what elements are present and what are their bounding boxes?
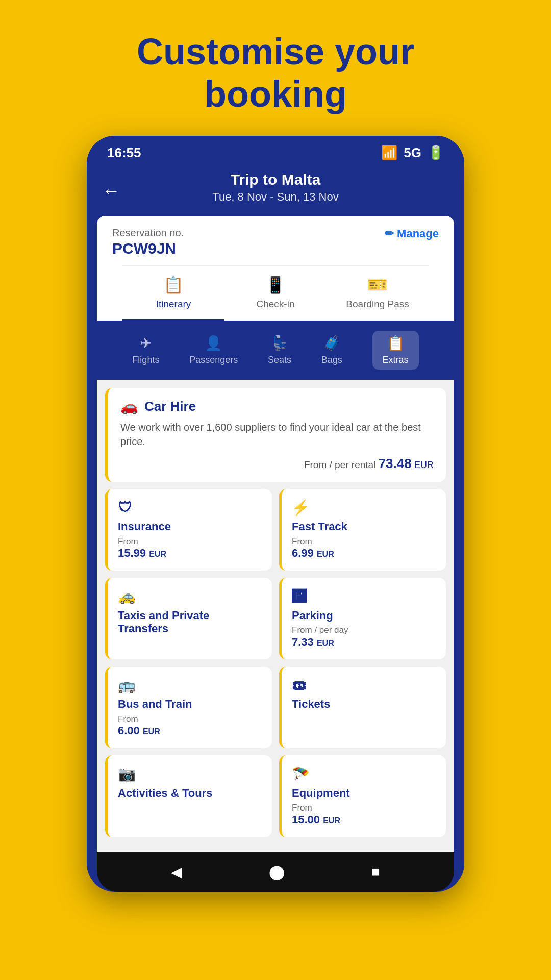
- fasttrack-price: 6.99 EUR: [292, 547, 436, 560]
- seats-label: Seats: [268, 355, 291, 365]
- bustrain-card[interactable]: 🚌 Bus and Train From 6.00 EUR: [105, 667, 272, 748]
- taxis-card[interactable]: 🚕 Taxis and Private Transfers: [105, 578, 272, 659]
- fasttrack-card[interactable]: ⚡ Fast Track From 6.99 EUR: [279, 489, 446, 571]
- equipment-price: 15.00 EUR: [292, 813, 436, 826]
- phone-bottom-bar: ◀ ⬤ ■: [97, 852, 454, 892]
- insurance-icon: 🛡: [118, 499, 132, 516]
- equipment-title: Equipment: [292, 787, 436, 800]
- activities-title: Activities & Tours: [118, 787, 262, 800]
- tickets-icon: 🎟: [292, 677, 306, 694]
- boarding-icon: 🎫: [367, 275, 388, 295]
- bottom-nav: ✈ Flights 👤 Passengers 💺 Seats 🧳 Bags 📋 …: [97, 321, 454, 380]
- parking-from: From / per day: [292, 625, 436, 635]
- time: 16:55: [107, 145, 141, 161]
- insurance-from: From: [118, 536, 262, 547]
- tab-boarding-label: Boarding Pass: [346, 299, 409, 310]
- nav-extras[interactable]: 📋 Extras: [372, 331, 419, 370]
- reservation-number: PCW9JN: [112, 240, 184, 257]
- equipment-icon: 🪂: [292, 766, 310, 782]
- flights-label: Flights: [132, 355, 159, 365]
- tab-checkin-label: Check-in: [257, 299, 295, 310]
- nav-passengers[interactable]: 👤 Passengers: [189, 335, 238, 365]
- tab-itinerary-label: Itinerary: [156, 299, 191, 310]
- bustrain-price: 6.00 EUR: [118, 724, 262, 738]
- header-line2: booking: [204, 74, 347, 114]
- activities-icon: 📷: [118, 766, 136, 782]
- page-header: Customise your booking: [116, 0, 435, 136]
- recents-nav-button[interactable]: ■: [371, 864, 380, 880]
- fasttrack-icon: ⚡: [292, 499, 310, 516]
- trip-title: Trip to Malta: [107, 171, 444, 188]
- insurance-price: 15.99 EUR: [118, 547, 262, 560]
- app-header: ← Trip to Malta Tue, 8 Nov - Sun, 13 Nov: [87, 166, 464, 216]
- car-hire-price-row: From / per rental 73.48 EUR: [120, 456, 434, 472]
- extras-label: Extras: [383, 355, 409, 365]
- header-line1: Customise your: [137, 31, 414, 72]
- car-hire-card[interactable]: 🚗 Car Hire We work with over 1,600 suppl…: [105, 388, 446, 482]
- wifi-icon: 📶: [381, 145, 397, 161]
- tickets-title: Tickets: [292, 698, 436, 711]
- reservation-card: Reservation no. PCW9JN ✏ Manage 📋 Itiner…: [97, 216, 454, 321]
- nav-flights[interactable]: ✈ Flights: [132, 335, 159, 365]
- tab-row: 📋 Itinerary 📱 Check-in 🎫 Boarding Pass: [122, 265, 429, 321]
- seats-icon: 💺: [271, 335, 289, 352]
- extras-icon: 📋: [387, 335, 405, 352]
- bustrain-from: From: [118, 714, 262, 724]
- bags-icon: 🧳: [323, 335, 341, 352]
- car-icon: 🚗: [120, 398, 138, 415]
- tab-itinerary[interactable]: 📋 Itinerary: [122, 266, 224, 321]
- nav-bags[interactable]: 🧳 Bags: [321, 335, 342, 365]
- bus-icon: 🚌: [118, 677, 136, 694]
- car-hire-title: Car Hire: [144, 399, 196, 414]
- taxi-icon: 🚕: [118, 588, 136, 605]
- parking-icon: 🅿: [292, 588, 306, 605]
- activities-card[interactable]: 📷 Activities & Tours: [105, 755, 272, 837]
- fasttrack-title: Fast Track: [292, 520, 436, 533]
- flights-icon: ✈: [140, 335, 152, 352]
- tab-checkin[interactable]: 📱 Check-in: [224, 266, 327, 321]
- insurance-title: Insurance: [118, 520, 262, 533]
- battery-icon: 🔋: [428, 145, 444, 161]
- trip-dates: Tue, 8 Nov - Sun, 13 Nov: [107, 190, 444, 204]
- taxis-title: Taxis and Private Transfers: [118, 609, 262, 635]
- signal-strength: 5G: [404, 145, 421, 161]
- parking-price: 7.33 EUR: [292, 635, 436, 649]
- bustrain-title: Bus and Train: [118, 698, 262, 711]
- tab-boarding[interactable]: 🎫 Boarding Pass: [327, 266, 429, 321]
- services-content: 🚗 Car Hire We work with over 1,600 suppl…: [97, 380, 454, 852]
- reservation-label: Reservation no.: [112, 227, 184, 239]
- fasttrack-from: From: [292, 536, 436, 547]
- phone-frame: 16:55 📶 5G 🔋 ← Trip to Malta Tue, 8 Nov …: [87, 136, 464, 892]
- parking-card[interactable]: 🅿 Parking From / per day 7.33 EUR: [279, 578, 446, 659]
- equipment-from: From: [292, 803, 436, 813]
- car-hire-desc: We work with over 1,600 suppliers to fin…: [120, 420, 434, 449]
- nav-seats[interactable]: 💺 Seats: [268, 335, 291, 365]
- bags-label: Bags: [321, 355, 342, 365]
- tickets-card[interactable]: 🎟 Tickets: [279, 667, 446, 748]
- parking-title: Parking: [292, 609, 436, 622]
- itinerary-icon: 📋: [163, 275, 184, 295]
- status-bar: 16:55 📶 5G 🔋: [87, 136, 464, 166]
- back-nav-button[interactable]: ◀: [171, 864, 182, 880]
- checkin-icon: 📱: [265, 275, 286, 295]
- passengers-icon: 👤: [205, 335, 222, 352]
- insurance-card[interactable]: 🛡 Insurance From 15.99 EUR: [105, 489, 272, 571]
- home-nav-button[interactable]: ⬤: [269, 864, 285, 880]
- passengers-label: Passengers: [189, 355, 238, 365]
- equipment-card[interactable]: 🪂 Equipment From 15.00 EUR: [279, 755, 446, 837]
- manage-button[interactable]: ✏ Manage: [385, 227, 439, 240]
